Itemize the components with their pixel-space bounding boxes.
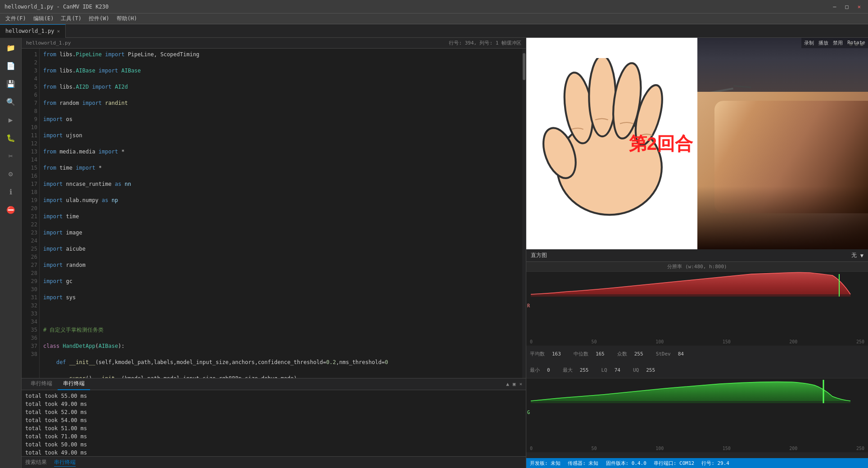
minimize-button[interactable]: —: [830, 3, 839, 11]
log-line: total took 50.00 ms: [25, 441, 522, 449]
histogram-stats-red-1: 平均数 163 中位数 165 众数 255 StDev 84: [526, 346, 868, 362]
sidebar-scissors-icon[interactable]: ✂: [3, 148, 19, 164]
menu-help[interactable]: 帮助(H): [113, 14, 141, 23]
code-editor[interactable]: 12345 678910 1112131415 1617181920 21222…: [22, 49, 526, 378]
log-line: total took 55.00 ms: [25, 392, 522, 400]
status-board: 开发板: 未知: [530, 460, 561, 467]
tab-filename: helloworld_1.py: [5, 28, 54, 34]
serial-terminal-label[interactable]: 串行终端: [54, 459, 76, 467]
rotate-button[interactable]: Rotate: [847, 40, 865, 46]
log-line: total took 49.00 ms: [25, 400, 522, 408]
menu-file[interactable]: 文件(F): [2, 14, 30, 23]
sidebar-run-icon[interactable]: ▶: [3, 112, 19, 128]
main-area: 📁 📄 💾 🔍 ▶ 🐛 ✂ ⚙ ℹ ⛔ helloworld_1.py 行号: …: [0, 38, 868, 468]
record-button[interactable]: 录制: [804, 40, 814, 46]
editor-filename: helloworld_1.py: [26, 40, 71, 46]
right-panel: 第2回合: [526, 38, 868, 468]
histogram-svg-red: [526, 272, 868, 339]
sidebar: 📁 📄 💾 🔍 ▶ 🐛 ✂ ⚙ ℹ ⛔: [0, 38, 22, 468]
bottom-controls: ▲ ▣ ×: [506, 381, 522, 387]
search-results-label: 搜索结果: [25, 459, 47, 466]
histogram-title: 直方图: [531, 252, 547, 259]
histogram-stats-red-2: 最小 0 最大 255 LQ 74 UQ 255: [526, 362, 868, 378]
log-line: total took 51.00 ms: [25, 424, 522, 432]
overlay-text: 第2回合: [629, 131, 693, 156]
code-content[interactable]: from libs.PipeLine import PipeLine, Scop…: [40, 49, 522, 378]
menu-tools[interactable]: 工具(T): [57, 14, 85, 23]
histogram-header: 直方图 无 ▼: [526, 249, 868, 262]
editor-scrollbar[interactable]: [522, 49, 526, 378]
editor-tab[interactable]: helloworld_1.py ×: [0, 24, 66, 38]
panel-close-button[interactable]: ×: [519, 381, 522, 387]
sidebar-stop-icon[interactable]: ⛔: [3, 202, 19, 218]
panel-float-button[interactable]: ▣: [513, 381, 516, 387]
editor-header: helloworld_1.py 行号: 394, 列号: 1 帧缓冲区: [22, 38, 526, 49]
sidebar-search-icon[interactable]: 🔍: [3, 94, 19, 110]
svg-point-3: [589, 58, 615, 136]
sidebar-folder-icon[interactable]: 📁: [3, 40, 19, 56]
menu-bar: 文件(F) 编辑(E) 工具(T) 控件(W) 帮助(H): [0, 14, 868, 24]
status-firmware: 固件版本: 0.4.0: [606, 460, 646, 467]
search-bar: 搜索结果 串行终端: [22, 456, 526, 468]
histogram-panel: 直方图 无 ▼ 分辨率 (w:480, h:800) R: [526, 249, 868, 468]
play-button[interactable]: 播放: [818, 40, 828, 46]
bottom-panel-header: 串行终端 串行终端 ▲ ▣ ×: [22, 378, 526, 390]
histogram-dropdown-icon[interactable]: ▼: [860, 252, 863, 259]
title-text: helloworld_1.py - CanMV IDE K230: [5, 4, 108, 10]
image-panel: 第2回合: [526, 38, 868, 249]
hand-cartoon: 第2回合: [526, 38, 697, 249]
log-line: total took 71.00 ms: [25, 432, 522, 441]
green-axis-labels: 050100150200250: [526, 446, 868, 452]
menu-controls[interactable]: 控件(W): [85, 14, 113, 23]
panel-up-button[interactable]: ▲: [506, 381, 509, 387]
status-line: 行号: 29.4: [701, 460, 729, 467]
tab-serial-terminal[interactable]: 串行终端: [25, 378, 58, 390]
histogram-svg-green: [526, 378, 868, 446]
histogram-chart-green: G: [526, 378, 868, 446]
histogram-stats-green-1: 平均数 146 中位数 138 众数 210 StDev 77: [526, 452, 868, 458]
editor-position: 行号: 394, 列号: 1 帧缓冲区: [449, 40, 521, 46]
channel-r-label: R: [527, 303, 530, 308]
bottom-content: total took 55.00 ms total took 49.00 ms …: [22, 390, 526, 456]
tab-bar: helloworld_1.py ×: [0, 24, 868, 38]
sidebar-debug-icon[interactable]: 🐛: [3, 130, 19, 146]
menu-edit[interactable]: 编辑(E): [30, 14, 58, 23]
scrollbar-thumb[interactable]: [523, 53, 525, 80]
sidebar-info-icon[interactable]: ℹ: [3, 184, 19, 200]
bottom-tabs: 串行终端 串行终端: [25, 378, 90, 390]
line-numbers: 12345 678910 1112131415 1617181920 21222…: [22, 49, 40, 378]
tab-close-button[interactable]: ×: [57, 28, 60, 34]
red-axis-labels: 050100150200250: [526, 339, 868, 346]
histogram-row-red: R: [526, 272, 868, 378]
camera-feed: 录制 播放 禁用 Rotate: [697, 38, 868, 249]
log-line: total took 49.00 ms: [25, 449, 522, 456]
channel-g-label: G: [527, 410, 530, 415]
status-sensor: 传感器: 未知: [568, 460, 598, 467]
sidebar-settings-icon[interactable]: ⚙: [3, 166, 19, 182]
apply-button[interactable]: 禁用: [833, 40, 843, 46]
close-button[interactable]: ✕: [855, 3, 863, 11]
title-controls[interactable]: — □ ✕: [830, 3, 863, 11]
status-bar-right: 开发板: 未知 传感器: 未知 固件版本: 0.4.0 串行端口: COM12 …: [526, 458, 868, 468]
title-bar: helloworld_1.py - CanMV IDE K230 — □ ✕: [0, 0, 868, 14]
sidebar-save-icon[interactable]: 💾: [3, 76, 19, 92]
editor-container: helloworld_1.py 行号: 394, 列号: 1 帧缓冲区 1234…: [22, 38, 526, 468]
status-port: 串行端口: COM12: [654, 460, 694, 467]
maximize-button[interactable]: □: [843, 3, 851, 11]
histogram-rows-container: R: [526, 272, 868, 458]
log-line: total took 52.00 ms: [25, 408, 522, 416]
histogram-chart-red: R: [526, 272, 868, 339]
histogram-subheader: 分辨率 (w:480, h:800): [526, 262, 868, 272]
histogram-row-green: G: [526, 378, 868, 458]
histogram-channel-label: 无: [851, 252, 857, 259]
bottom-panel: 串行终端 串行终端 ▲ ▣ × total took 55.00 ms tota…: [22, 378, 526, 468]
log-line: total took 54.00 ms: [25, 416, 522, 424]
sidebar-file-icon[interactable]: 📄: [3, 58, 19, 74]
tab-serial-terminal-active[interactable]: 串行终端: [58, 378, 90, 390]
